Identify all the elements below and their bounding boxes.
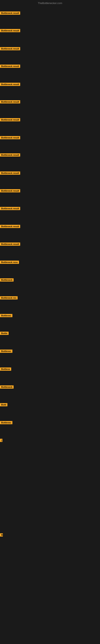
bottleneck-label-20: Bottlenec [0, 350, 12, 353]
bottleneck-item-2[interactable]: Bottleneck result [0, 29, 20, 33]
bottleneck-label-6: Bottleneck result [0, 100, 20, 104]
bottleneck-label-14: Bottleneck result [0, 242, 20, 246]
bottleneck-label-1: Bottleneck result [0, 12, 20, 15]
bottleneck-item-13[interactable]: Bottleneck result [0, 225, 20, 229]
bottleneck-label-4: Bottleneck result [0, 64, 20, 68]
bottleneck-label-22: Bottleneck [0, 386, 14, 388]
bottleneck-item-3[interactable]: Bottleneck result [0, 47, 20, 51]
bottleneck-item-24[interactable]: Bottlenec [0, 421, 12, 425]
bottleneck-item-11[interactable]: Bottleneck result [0, 189, 20, 193]
bottleneck-label-18: Bottlenec [0, 314, 12, 317]
bottleneck-label-5: Bottleneck result [0, 83, 20, 86]
bottleneck-item-15[interactable]: Bottleneck resu [0, 260, 19, 265]
bottleneck-item-8[interactable]: Bottleneck result [0, 136, 20, 140]
bottleneck-item-19[interactable]: Bottle [0, 332, 9, 336]
bottleneck-item-16[interactable]: Bottleneck [0, 278, 14, 282]
bottleneck-item-9[interactable]: Bottleneck result [0, 153, 20, 158]
bottleneck-item-4[interactable]: Bottleneck result [0, 64, 20, 69]
bottleneck-item-17[interactable]: Bottleneck res [0, 296, 18, 300]
bottleneck-label-15: Bottleneck resu [0, 260, 19, 264]
site-title: TheBottlenecker.com [38, 2, 62, 5]
bottleneck-label-11: Bottleneck result [0, 189, 20, 192]
bottleneck-label-24: Bottlenec [0, 421, 12, 424]
bottleneck-item-1[interactable]: Bottleneck result [0, 12, 20, 16]
bottleneck-item-23[interactable]: Bottl [0, 403, 7, 407]
bottleneck-item-20[interactable]: Bottlenec [0, 350, 12, 354]
bottleneck-label-26: B [0, 533, 3, 536]
bottleneck-item-5[interactable]: Bottleneck result [0, 83, 20, 87]
bottleneck-label-10: Bottleneck result [0, 172, 20, 175]
bottleneck-label-8: Bottleneck result [0, 136, 20, 139]
bottleneck-label-25: | [0, 439, 2, 442]
bottleneck-label-7: Bottleneck result [0, 118, 20, 121]
bottleneck-label-16: Bottleneck [0, 278, 14, 282]
bottleneck-label-13: Bottleneck result [0, 225, 20, 228]
bottleneck-item-22[interactable]: Bottleneck [0, 386, 14, 390]
bottleneck-label-21: Bottlene [0, 368, 11, 371]
bottleneck-label-12: Bottleneck result [0, 207, 20, 210]
bottleneck-label-9: Bottleneck result [0, 153, 20, 156]
bottleneck-item-21[interactable]: Bottlene [0, 368, 11, 372]
bottleneck-item-25[interactable]: | [0, 439, 2, 443]
bottleneck-item-6[interactable]: Bottleneck result [0, 100, 20, 104]
bottleneck-item-10[interactable]: Bottleneck result [0, 172, 20, 176]
bottleneck-item-18[interactable]: Bottlenec [0, 314, 12, 318]
bottleneck-item-14[interactable]: Bottleneck result [0, 242, 20, 246]
bottleneck-item-7[interactable]: Bottleneck result [0, 118, 20, 122]
site-header: TheBottlenecker.com [0, 0, 100, 6]
bottleneck-item-26[interactable]: B [0, 533, 3, 537]
bottleneck-label-2: Bottleneck result [0, 29, 20, 32]
bottleneck-label-3: Bottleneck result [0, 47, 20, 50]
bottleneck-label-19: Bottle [0, 332, 9, 335]
bottleneck-label-23: Bottl [0, 403, 7, 406]
bottleneck-item-12[interactable]: Bottleneck result [0, 207, 20, 211]
bottleneck-label-17: Bottleneck res [0, 296, 18, 300]
